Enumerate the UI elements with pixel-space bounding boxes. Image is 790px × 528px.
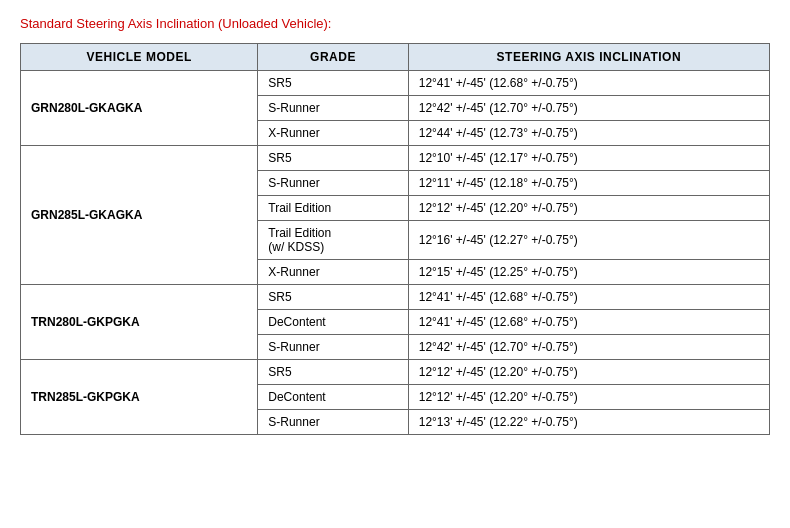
inclination-cell: 12°41' +/-45' (12.68° +/-0.75°) [408, 310, 769, 335]
vehicle-model-cell: TRN285L-GKPGKA [21, 360, 258, 435]
grade-cell: SR5 [258, 71, 408, 96]
table-row: TRN285L-GKPGKASR512°12' +/-45' (12.20° +… [21, 360, 770, 385]
inclination-cell: 12°44' +/-45' (12.73° +/-0.75°) [408, 121, 769, 146]
grade-cell: DeContent [258, 310, 408, 335]
inclination-cell: 12°12' +/-45' (12.20° +/-0.75°) [408, 385, 769, 410]
inclination-cell: 12°41' +/-45' (12.68° +/-0.75°) [408, 71, 769, 96]
grade-cell: SR5 [258, 146, 408, 171]
table-row: GRN280L-GKAGKASR512°41' +/-45' (12.68° +… [21, 71, 770, 96]
grade-cell: SR5 [258, 285, 408, 310]
inclination-cell: 12°15' +/-45' (12.25° +/-0.75°) [408, 260, 769, 285]
col-header-grade: GRADE [258, 44, 408, 71]
grade-cell: X-Runner [258, 121, 408, 146]
title-note: (Unloaded Vehicle): [218, 16, 331, 31]
page-title: Standard Steering Axis Inclination (Unlo… [20, 16, 770, 31]
inclination-cell: 12°41' +/-45' (12.68° +/-0.75°) [408, 285, 769, 310]
inclination-cell: 12°16' +/-45' (12.27° +/-0.75°) [408, 221, 769, 260]
inclination-cell: 12°12' +/-45' (12.20° +/-0.75°) [408, 360, 769, 385]
grade-cell: X-Runner [258, 260, 408, 285]
grade-cell: DeContent [258, 385, 408, 410]
col-header-vehicle-model: VEHICLE MODEL [21, 44, 258, 71]
vehicle-model-cell: GRN280L-GKAGKA [21, 71, 258, 146]
page-header: Standard Steering Axis Inclination (Unlo… [20, 16, 770, 31]
grade-cell: Trail Edition(w/ KDSS) [258, 221, 408, 260]
table-header-row: VEHICLE MODEL GRADE STEERING AXIS INCLIN… [21, 44, 770, 71]
grade-cell: S-Runner [258, 410, 408, 435]
col-header-inclination: STEERING AXIS INCLINATION [408, 44, 769, 71]
vehicle-model-cell: GRN285L-GKAGKA [21, 146, 258, 285]
inclination-cell: 12°11' +/-45' (12.18° +/-0.75°) [408, 171, 769, 196]
steering-axis-table: VEHICLE MODEL GRADE STEERING AXIS INCLIN… [20, 43, 770, 435]
grade-cell: Trail Edition [258, 196, 408, 221]
grade-cell: S-Runner [258, 335, 408, 360]
table-row: GRN285L-GKAGKASR512°10' +/-45' (12.17° +… [21, 146, 770, 171]
inclination-cell: 12°42' +/-45' (12.70° +/-0.75°) [408, 96, 769, 121]
title-prefix: Standard Steering Axis Inclination [20, 16, 218, 31]
table-row: TRN280L-GKPGKASR512°41' +/-45' (12.68° +… [21, 285, 770, 310]
vehicle-model-cell: TRN280L-GKPGKA [21, 285, 258, 360]
inclination-cell: 12°42' +/-45' (12.70° +/-0.75°) [408, 335, 769, 360]
inclination-cell: 12°13' +/-45' (12.22° +/-0.75°) [408, 410, 769, 435]
inclination-cell: 12°10' +/-45' (12.17° +/-0.75°) [408, 146, 769, 171]
grade-cell: S-Runner [258, 171, 408, 196]
grade-cell: SR5 [258, 360, 408, 385]
grade-cell: S-Runner [258, 96, 408, 121]
inclination-cell: 12°12' +/-45' (12.20° +/-0.75°) [408, 196, 769, 221]
